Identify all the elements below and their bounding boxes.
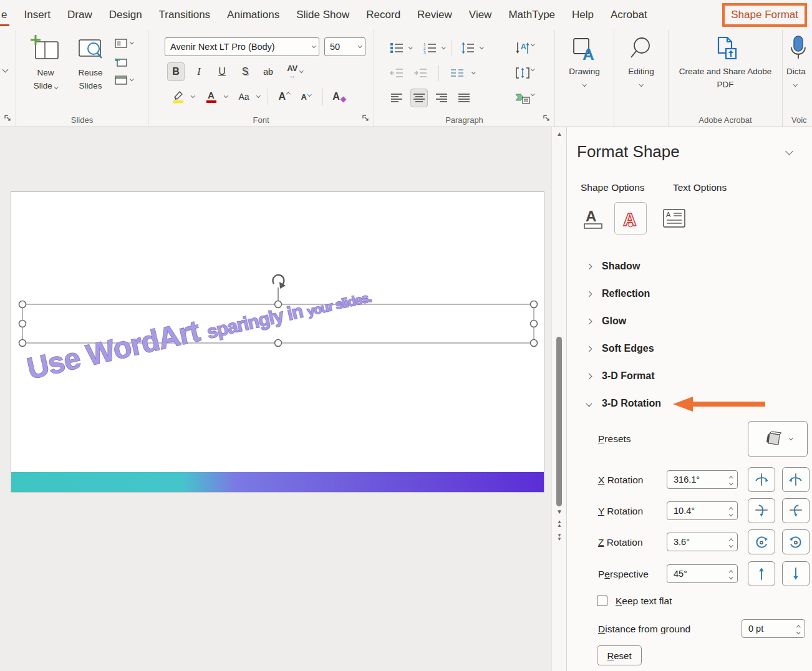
tab-draw[interactable]: Draw	[67, 9, 92, 21]
spin-up-icon[interactable]	[729, 508, 733, 511]
y-rotation-down-button[interactable]	[782, 498, 810, 523]
chevron-down-icon[interactable]	[256, 94, 260, 97]
tab-insert[interactable]: Insert	[24, 9, 51, 21]
tab-slide-show[interactable]: Slide Show	[296, 9, 349, 21]
spin-up-icon[interactable]	[796, 625, 800, 629]
reuse-slides-button[interactable]: Reuse Slides	[70, 35, 111, 93]
tab-review[interactable]: Review	[417, 9, 452, 21]
spin-up-icon[interactable]	[729, 476, 733, 480]
x-rotation-input[interactable]: 316.1°	[667, 470, 738, 489]
slide-layout-button[interactable]	[115, 39, 133, 48]
section-shadow[interactable]: Shadow	[567, 254, 812, 279]
align-center-button[interactable]	[410, 89, 428, 107]
columns-button[interactable]	[448, 64, 466, 82]
font-name-combobox[interactable]: Avenir Next LT Pro (Body)	[165, 37, 319, 56]
text-effects-button[interactable]: A	[614, 202, 647, 234]
distance-from-ground-input[interactable]: 0 pt	[742, 619, 805, 638]
decrease-indent-button[interactable]	[388, 64, 405, 82]
dictate-button[interactable]: Dicta	[786, 35, 812, 88]
perspective-input[interactable]: 45°	[667, 564, 738, 583]
perspective-narrow-button[interactable]	[748, 561, 775, 586]
x-rotation-left-button[interactable]	[748, 467, 775, 492]
character-spacing-button[interactable]: AV↔	[283, 62, 307, 81]
font-size-combobox[interactable]: 50	[324, 37, 365, 56]
panel-collapse-icon[interactable]	[785, 147, 793, 155]
tab-acrobat[interactable]: Acrobat	[611, 9, 647, 21]
tab-view[interactable]: View	[469, 9, 492, 21]
z-rotation-ccw-button[interactable]	[748, 529, 775, 554]
underline-button[interactable]: U	[213, 62, 231, 81]
drawing-button[interactable]: A Drawing	[563, 36, 606, 88]
spin-down-icon[interactable]	[729, 543, 733, 547]
bullets-button[interactable]	[388, 39, 405, 57]
text-shadow-button[interactable]: S	[236, 62, 254, 81]
chevron-down-icon[interactable]	[408, 45, 412, 49]
justify-button[interactable]	[455, 89, 473, 107]
y-rotation-input[interactable]: 10.4°	[667, 501, 738, 520]
bold-button[interactable]: B	[167, 62, 185, 81]
chevron-down-icon[interactable]	[442, 45, 445, 49]
keep-text-flat-label[interactable]: Keep text flat	[616, 596, 672, 607]
align-text-button[interactable]	[514, 64, 531, 82]
reset-button[interactable]: Reset	[597, 645, 642, 665]
paragraph-dialog-launcher-icon[interactable]	[543, 114, 551, 123]
text-fill-outline-button[interactable]: A	[577, 202, 609, 234]
chevron-down-icon[interactable]	[358, 44, 362, 47]
chevron-down-icon[interactable]	[191, 94, 195, 97]
tab-shape-options[interactable]: Shape Options	[581, 182, 645, 193]
spin-up-icon[interactable]	[729, 539, 733, 543]
align-left-button[interactable]	[388, 89, 405, 107]
textbox-button[interactable]: A	[658, 202, 690, 234]
text-direction-button[interactable]: A	[514, 39, 531, 57]
previous-slide-button[interactable]: ▲▲	[552, 520, 567, 528]
section-glow[interactable]: Glow	[567, 309, 812, 334]
chevron-down-icon[interactable]	[480, 45, 483, 49]
convert-to-smartart-button[interactable]	[514, 89, 531, 107]
section-button[interactable]	[115, 75, 133, 85]
spin-down-icon[interactable]	[729, 575, 733, 579]
create-share-pdf-button[interactable]: Create and Share Adobe PDF	[675, 35, 776, 92]
z-rotation-input[interactable]: 3.6°	[667, 533, 738, 551]
highlight-color-button[interactable]	[170, 87, 187, 106]
slide-canvas[interactable]: Use WordArt sparingly in your slides.	[11, 191, 544, 493]
spin-down-icon[interactable]	[729, 481, 733, 485]
section-soft-edges[interactable]: Soft Edges	[567, 336, 812, 361]
editing-button[interactable]: Editing	[621, 36, 662, 88]
font-color-button[interactable]: A	[203, 87, 220, 106]
tab-record[interactable]: Record	[366, 9, 400, 21]
line-spacing-button[interactable]	[459, 39, 476, 57]
x-rotation-right-button[interactable]	[782, 467, 810, 492]
strikethrough-button[interactable]: ab	[259, 62, 277, 81]
chevron-down-icon[interactable]	[224, 94, 228, 97]
dialog-launcher-icon[interactable]	[4, 114, 12, 123]
chevron-down-icon[interactable]	[2, 67, 9, 73]
tab-mathtype[interactable]: MathType	[508, 9, 555, 21]
tab-design[interactable]: Design	[109, 9, 142, 21]
change-case-button[interactable]: Aa	[235, 87, 253, 106]
italic-button[interactable]: I	[190, 62, 208, 81]
chevron-down-icon[interactable]	[312, 44, 316, 47]
increase-indent-button[interactable]	[412, 64, 429, 82]
keep-text-flat-checkbox[interactable]	[597, 596, 607, 606]
grow-font-button[interactable]: A	[276, 87, 293, 106]
vertical-scrollbar[interactable]: ▲ ▼ ▲▲ ▼▼	[551, 127, 566, 671]
tab-text-options[interactable]: Text Options	[673, 182, 727, 193]
perspective-widen-button[interactable]	[782, 561, 810, 586]
tab-shape-format[interactable]: Shape Format	[722, 3, 807, 27]
scroll-down-icon[interactable]: ▼	[552, 509, 567, 515]
scrollbar-thumb[interactable]	[556, 337, 562, 506]
align-right-button[interactable]	[433, 89, 450, 107]
y-rotation-up-button[interactable]	[748, 498, 775, 523]
spin-up-icon[interactable]	[729, 571, 733, 574]
tab-transitions[interactable]: Transitions	[159, 9, 211, 21]
shrink-font-button[interactable]: A	[297, 87, 315, 106]
presets-dropdown[interactable]	[748, 421, 808, 457]
new-slide-button[interactable]: New Slide	[25, 35, 66, 93]
spin-down-icon[interactable]	[729, 512, 733, 516]
reset-slide-button[interactable]	[115, 57, 133, 67]
spin-down-icon[interactable]	[796, 630, 800, 634]
z-rotation-cw-button[interactable]	[782, 529, 810, 554]
scroll-up-icon[interactable]: ▲	[552, 131, 567, 137]
section-reflection[interactable]: Reflection	[567, 281, 812, 306]
chevron-down-icon[interactable]	[471, 70, 475, 74]
